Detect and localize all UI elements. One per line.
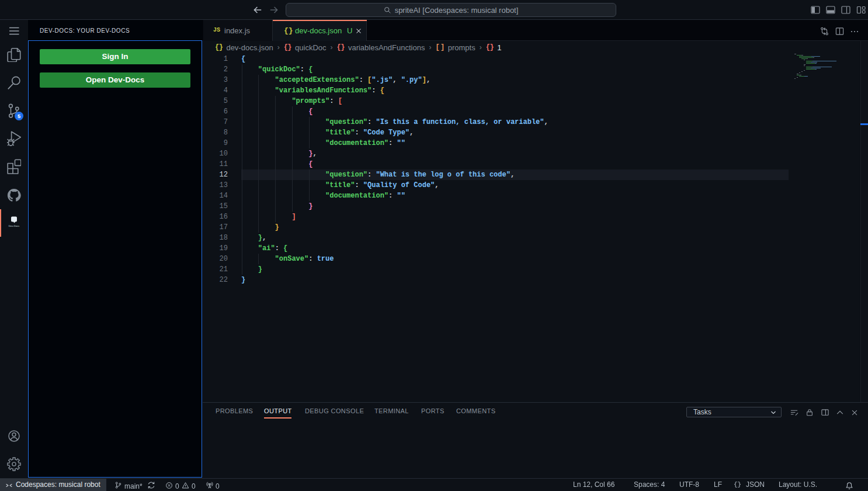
- svg-text:5: 5: [17, 113, 20, 119]
- svg-text:Dev-Docs: Dev-Docs: [9, 224, 19, 227]
